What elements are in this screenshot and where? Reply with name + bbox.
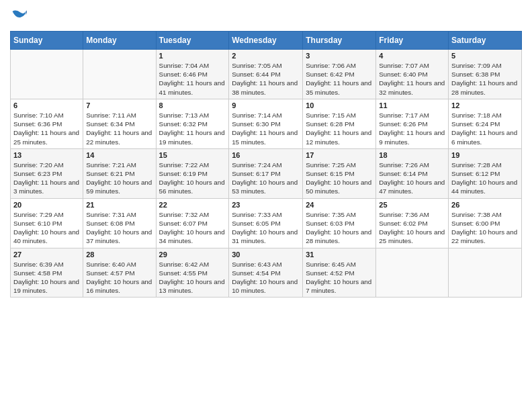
day-number: 29 (159, 250, 226, 259)
calendar-week-2: 6Sunrise: 7:10 AM Sunset: 6:36 PM Daylig… (11, 99, 522, 148)
day-info: Sunrise: 6:43 AM Sunset: 4:54 PM Dayligh… (232, 260, 300, 295)
day-of-week-monday: Monday (83, 32, 156, 50)
calendar-cell (83, 50, 156, 99)
calendar-body: 1Sunrise: 7:04 AM Sunset: 6:46 PM Daylig… (11, 50, 522, 298)
calendar-cell: 9Sunrise: 7:14 AM Sunset: 6:30 PM Daylig… (229, 99, 303, 148)
day-of-week-saturday: Saturday (449, 32, 522, 50)
day-number: 27 (13, 250, 80, 259)
day-info: Sunrise: 7:29 AM Sunset: 6:10 PM Dayligh… (13, 210, 80, 246)
calendar-cell: 28Sunrise: 6:40 AM Sunset: 4:57 PM Dayli… (83, 248, 156, 298)
day-info: Sunrise: 7:32 AM Sunset: 6:07 PM Dayligh… (159, 210, 226, 246)
calendar-cell: 27Sunrise: 6:39 AM Sunset: 4:58 PM Dayli… (11, 248, 83, 298)
calendar-cell: 16Sunrise: 7:24 AM Sunset: 6:17 PM Dayli… (229, 148, 303, 198)
calendar-cell (11, 50, 83, 99)
day-info: Sunrise: 7:09 AM Sunset: 6:38 PM Dayligh… (451, 61, 519, 97)
calendar-cell: 17Sunrise: 7:25 AM Sunset: 6:15 PM Dayli… (303, 148, 376, 198)
calendar-header: SundayMondayTuesdayWednesdayThursdayFrid… (11, 32, 522, 50)
day-info: Sunrise: 7:14 AM Sunset: 6:30 PM Dayligh… (232, 111, 300, 146)
page: SundayMondayTuesdayWednesdayThursdayFrid… (0, 0, 532, 411)
day-of-week-wednesday: Wednesday (229, 32, 303, 50)
day-number: 23 (232, 201, 300, 209)
day-info: Sunrise: 7:05 AM Sunset: 6:44 PM Dayligh… (232, 61, 300, 97)
day-info: Sunrise: 7:10 AM Sunset: 6:36 PM Dayligh… (13, 111, 80, 146)
calendar-cell: 25Sunrise: 7:36 AM Sunset: 6:02 PM Dayli… (376, 198, 449, 248)
day-info: Sunrise: 6:45 AM Sunset: 4:52 PM Dayligh… (306, 260, 373, 295)
day-info: Sunrise: 7:31 AM Sunset: 6:08 PM Dayligh… (86, 210, 152, 246)
day-number: 25 (379, 201, 445, 209)
calendar-cell: 19Sunrise: 7:28 AM Sunset: 6:12 PM Dayli… (449, 148, 522, 198)
calendar-cell: 23Sunrise: 7:33 AM Sunset: 6:05 PM Dayli… (229, 198, 303, 248)
calendar-cell: 4Sunrise: 7:07 AM Sunset: 6:40 PM Daylig… (376, 50, 449, 99)
calendar-cell: 1Sunrise: 7:04 AM Sunset: 6:46 PM Daylig… (156, 50, 229, 99)
day-of-week-sunday: Sunday (11, 32, 83, 50)
logo-icon (10, 7, 29, 26)
day-info: Sunrise: 7:06 AM Sunset: 6:42 PM Dayligh… (306, 61, 373, 97)
day-number: 21 (86, 201, 152, 209)
day-info: Sunrise: 7:33 AM Sunset: 6:05 PM Dayligh… (232, 210, 300, 246)
day-number: 13 (13, 151, 80, 159)
calendar-cell: 18Sunrise: 7:26 AM Sunset: 6:14 PM Dayli… (376, 148, 449, 198)
calendar-cell: 12Sunrise: 7:18 AM Sunset: 6:24 PM Dayli… (449, 99, 522, 148)
calendar-cell: 14Sunrise: 7:21 AM Sunset: 6:21 PM Dayli… (83, 148, 156, 198)
calendar-cell: 29Sunrise: 6:42 AM Sunset: 4:55 PM Dayli… (156, 248, 229, 298)
day-of-week-friday: Friday (376, 32, 449, 50)
calendar-cell: 2Sunrise: 7:05 AM Sunset: 6:44 PM Daylig… (229, 50, 303, 99)
day-header-row: SundayMondayTuesdayWednesdayThursdayFrid… (11, 32, 522, 50)
calendar-cell: 26Sunrise: 7:38 AM Sunset: 6:00 PM Dayli… (449, 198, 522, 248)
calendar-cell: 7Sunrise: 7:11 AM Sunset: 6:34 PM Daylig… (83, 99, 156, 148)
calendar-week-4: 20Sunrise: 7:29 AM Sunset: 6:10 PM Dayli… (11, 198, 522, 248)
calendar-cell: 22Sunrise: 7:32 AM Sunset: 6:07 PM Dayli… (156, 198, 229, 248)
calendar-cell: 15Sunrise: 7:22 AM Sunset: 6:19 PM Dayli… (156, 148, 229, 198)
calendar-cell (449, 248, 522, 298)
day-info: Sunrise: 7:15 AM Sunset: 6:28 PM Dayligh… (306, 111, 373, 146)
day-number: 28 (86, 250, 152, 259)
day-info: Sunrise: 6:42 AM Sunset: 4:55 PM Dayligh… (159, 260, 226, 295)
calendar-cell: 10Sunrise: 7:15 AM Sunset: 6:28 PM Dayli… (303, 99, 376, 148)
day-number: 7 (86, 101, 152, 109)
calendar-week-3: 13Sunrise: 7:20 AM Sunset: 6:23 PM Dayli… (11, 148, 522, 198)
day-number: 6 (13, 101, 80, 109)
calendar-cell: 6Sunrise: 7:10 AM Sunset: 6:36 PM Daylig… (11, 99, 83, 148)
day-info: Sunrise: 7:13 AM Sunset: 6:32 PM Dayligh… (159, 111, 226, 146)
calendar-cell (376, 248, 449, 298)
day-number: 16 (232, 151, 300, 159)
day-info: Sunrise: 7:11 AM Sunset: 6:34 PM Dayligh… (86, 111, 152, 146)
day-number: 17 (306, 151, 373, 159)
calendar-cell: 20Sunrise: 7:29 AM Sunset: 6:10 PM Dayli… (11, 198, 83, 248)
day-number: 18 (379, 151, 445, 159)
day-info: Sunrise: 6:40 AM Sunset: 4:57 PM Dayligh… (86, 260, 152, 295)
day-info: Sunrise: 7:04 AM Sunset: 6:46 PM Dayligh… (159, 61, 226, 97)
day-of-week-thursday: Thursday (303, 32, 376, 50)
calendar-cell: 11Sunrise: 7:17 AM Sunset: 6:26 PM Dayli… (376, 99, 449, 148)
day-number: 26 (451, 201, 519, 209)
day-number: 31 (306, 250, 373, 259)
calendar-cell: 13Sunrise: 7:20 AM Sunset: 6:23 PM Dayli… (11, 148, 83, 198)
day-number: 30 (232, 250, 300, 259)
day-number: 12 (451, 101, 519, 109)
day-info: Sunrise: 7:24 AM Sunset: 6:17 PM Dayligh… (232, 161, 300, 196)
day-info: Sunrise: 7:35 AM Sunset: 6:03 PM Dayligh… (306, 210, 373, 246)
logo (10, 7, 31, 26)
day-info: Sunrise: 7:26 AM Sunset: 6:14 PM Dayligh… (379, 161, 445, 196)
calendar-cell: 8Sunrise: 7:13 AM Sunset: 6:32 PM Daylig… (156, 99, 229, 148)
day-number: 19 (451, 151, 519, 159)
day-number: 11 (379, 101, 445, 109)
day-number: 2 (232, 52, 300, 60)
day-number: 14 (86, 151, 152, 159)
calendar-week-1: 1Sunrise: 7:04 AM Sunset: 6:46 PM Daylig… (11, 50, 522, 99)
calendar-cell: 30Sunrise: 6:43 AM Sunset: 4:54 PM Dayli… (229, 248, 303, 298)
calendar-cell: 3Sunrise: 7:06 AM Sunset: 6:42 PM Daylig… (303, 50, 376, 99)
day-number: 20 (13, 201, 80, 209)
day-number: 3 (306, 52, 373, 60)
calendar-cell: 31Sunrise: 6:45 AM Sunset: 4:52 PM Dayli… (303, 248, 376, 298)
day-info: Sunrise: 7:28 AM Sunset: 6:12 PM Dayligh… (451, 161, 519, 196)
day-number: 24 (306, 201, 373, 209)
day-info: Sunrise: 7:20 AM Sunset: 6:23 PM Dayligh… (13, 161, 80, 196)
day-info: Sunrise: 7:36 AM Sunset: 6:02 PM Dayligh… (379, 210, 445, 246)
day-info: Sunrise: 7:21 AM Sunset: 6:21 PM Dayligh… (86, 161, 152, 196)
calendar-table: SundayMondayTuesdayWednesdayThursdayFrid… (10, 31, 522, 298)
day-number: 1 (159, 52, 226, 60)
calendar-cell: 24Sunrise: 7:35 AM Sunset: 6:03 PM Dayli… (303, 198, 376, 248)
day-number: 15 (159, 151, 226, 159)
day-of-week-tuesday: Tuesday (156, 32, 229, 50)
